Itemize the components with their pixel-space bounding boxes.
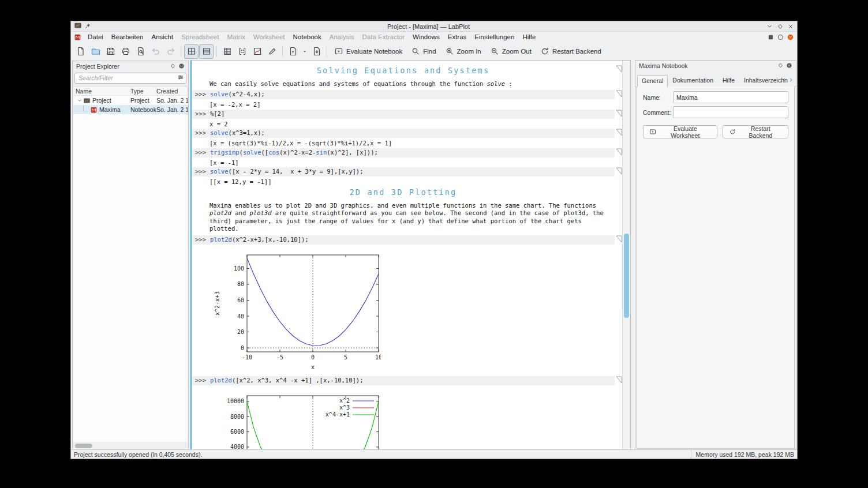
svg-text:x^2-x+3: x^2-x+3 (214, 291, 220, 315)
menu-datei[interactable]: Datei (84, 32, 107, 42)
comment-input[interactable] (673, 106, 788, 118)
new-spreadsheet-button[interactable] (220, 44, 234, 59)
tab-general[interactable]: General (637, 75, 668, 87)
paragraph-text: Maxima enables us to plot 2D and 3D grap… (209, 202, 596, 209)
tab-scroll-right-button[interactable] (788, 77, 794, 83)
svg-text:5: 5 (344, 354, 347, 361)
titlebar[interactable]: Project - [Maxima] — LabPlot (71, 21, 797, 32)
zoom-in-button-label: Zoom In (457, 48, 481, 55)
filter-options-button[interactable] (177, 74, 184, 81)
notebook-code-cell[interactable]: >>>solve(x^2-4,x); (192, 90, 615, 99)
cell-fold-marker-icon[interactable] (616, 129, 622, 136)
notebook-paragraph: Maxima enables us to plot 2D and 3D grap… (209, 202, 617, 233)
properties-float-button[interactable] (777, 62, 784, 69)
doc-play-icon (289, 47, 298, 56)
new-matrix-button[interactable] (235, 44, 249, 59)
tree-row-maxima[interactable]: MaximaNotebookSo. Jan. 2 18: (73, 105, 188, 114)
notebook-code-cell[interactable]: >>>plot2d(x^2-x+3,[x,-10,10]); (192, 235, 615, 245)
column-header-name[interactable]: Name (73, 87, 130, 95)
notebook-code-cell[interactable]: >>>trigsimp(solve([cos(x)^2-x=2-sin(x)^2… (192, 148, 615, 157)
new-notebook-button[interactable] (286, 44, 300, 59)
undo-button[interactable] (148, 44, 163, 59)
notebook-code-cell[interactable]: >>>plot2d([x^2, x^3, x^4 -x +1] ,[x,-10,… (192, 376, 615, 385)
tree-row-project[interactable]: ProjectProjectSo. Jan. 2 18: (73, 96, 188, 105)
pin-icon[interactable] (84, 21, 91, 32)
menu-matrix[interactable]: Matrix (223, 32, 249, 42)
mdi-window-buttons (767, 33, 794, 41)
new-worksheet-button[interactable] (250, 44, 264, 59)
column-header-created[interactable]: Created (156, 87, 188, 95)
menu-einstellungen[interactable]: Einstellungen (470, 32, 518, 42)
tab-scroll-left-button[interactable] (781, 77, 787, 83)
notebook-plot[interactable]: -10-505100200040006000800010000x^2x^3x^4… (212, 392, 615, 450)
close-button[interactable] (787, 23, 794, 30)
project-explorer-close-button[interactable] (178, 63, 185, 69)
notebook-plot[interactable]: -10-50510020406080100x^2-x+3x (212, 251, 615, 373)
name-input[interactable] (673, 91, 788, 103)
statusbar: Project successfully opened (in 0,405 se… (71, 449, 797, 459)
cell-fold-marker-icon[interactable] (616, 110, 622, 117)
zoom-out-icon (490, 47, 499, 56)
print-button[interactable] (118, 44, 133, 59)
new-datapicker-button[interactable] (265, 44, 279, 59)
search-filter-input[interactable] (74, 73, 186, 84)
notebook-code-cell[interactable]: >>>solve([x - 2*y = 14, x + 3*y = 9],[x,… (192, 167, 615, 177)
new-project-button[interactable] (73, 44, 88, 59)
menu-analysis[interactable]: Analysis (326, 32, 358, 42)
mdi-close-button-icon (787, 33, 794, 41)
menu-bearbeiten[interactable]: Bearbeiten (107, 32, 148, 42)
toggle-properties-button[interactable] (199, 44, 214, 59)
redo-button[interactable] (163, 44, 178, 59)
tab-hilfe[interactable]: Hilfe (718, 74, 739, 87)
evaluate-notebook-button[interactable]: Evaluate Notebook (330, 44, 406, 59)
print-preview-button[interactable] (133, 44, 148, 59)
cell-fold-marker-icon[interactable] (616, 90, 622, 97)
code-keyword: solve (210, 91, 229, 97)
menu-extras[interactable]: Extras (444, 32, 471, 42)
horizontal-scrollbar-thumb[interactable] (75, 444, 92, 448)
maximize-button[interactable] (777, 23, 784, 30)
menu-ansicht[interactable]: Ansicht (147, 32, 177, 42)
restart-backend-button[interactable]: Restart Backend (536, 44, 605, 59)
tab-scroll-right-button-icon (788, 77, 794, 83)
code-text: (x^2-x+3,[x,-10,10]); (232, 236, 309, 243)
menu-data-extractor[interactable]: Data Extractor (358, 32, 409, 42)
print-icon (121, 47, 130, 56)
cell-fold-marker-icon[interactable] (616, 65, 622, 73)
cell-prompt: >>> (195, 377, 206, 384)
menu-hilfe[interactable]: Hilfe (518, 32, 540, 42)
mdi-close-button[interactable] (787, 33, 794, 41)
export-button[interactable] (309, 44, 324, 59)
open-project-button[interactable] (88, 44, 103, 59)
notebook-code-cell[interactable]: >>>%[2] (192, 110, 615, 119)
properties-close-button[interactable] (786, 62, 792, 69)
mdi-minimize-button[interactable] (767, 33, 775, 41)
menu-notebook[interactable]: Notebook (289, 32, 326, 42)
mdi-restore-button[interactable] (777, 33, 784, 41)
notebook-dropdown-caret[interactable] (301, 44, 309, 59)
zoom-in-button[interactable]: Zoom In (441, 44, 485, 59)
column-header-type[interactable]: Type (130, 87, 156, 95)
cell-fold-marker-icon[interactable] (616, 148, 622, 156)
find-button[interactable]: Find (407, 44, 440, 59)
evaluate-worksheet-button[interactable]: Evaluate Worksheet (643, 125, 717, 138)
tab-dokumentation[interactable]: Dokumentation (668, 74, 718, 87)
mdi-restore-button-icon (777, 33, 784, 41)
toggle-project-explorer-button[interactable] (184, 44, 199, 59)
shade-button[interactable] (766, 22, 773, 30)
svg-text:6000: 6000 (230, 429, 244, 435)
expander-icon[interactable] (76, 97, 83, 103)
project-explorer-float-button[interactable] (170, 63, 176, 69)
vertical-scrollbar[interactable] (622, 61, 630, 450)
cell-fold-marker-icon[interactable] (616, 167, 622, 175)
menu-windows[interactable]: Windows (409, 32, 444, 42)
menu-spreadsheet[interactable]: Spreadsheet (177, 32, 223, 42)
cell-fold-marker-icon[interactable] (616, 376, 622, 384)
zoom-out-button[interactable]: Zoom Out (486, 44, 536, 59)
notebook-code-cell[interactable]: >>>solve(x^3=1,x); (192, 129, 615, 138)
restart-backend-button[interactable]: Restart Backend (723, 125, 788, 138)
save-project-button[interactable] (103, 44, 118, 59)
cell-fold-marker-icon[interactable] (616, 235, 622, 243)
vertical-scrollbar-thumb[interactable] (624, 234, 629, 318)
menu-worksheet[interactable]: Worksheet (249, 32, 289, 42)
